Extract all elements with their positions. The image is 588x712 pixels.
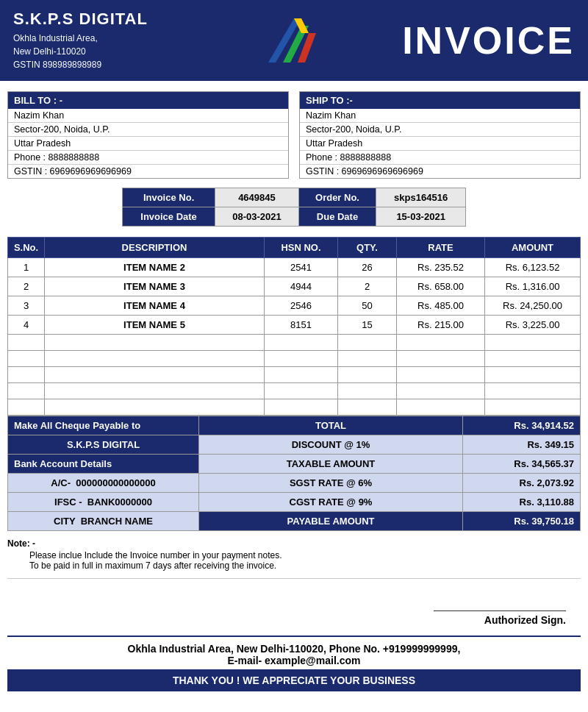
ship-to-state: Uttar Pradesh xyxy=(300,137,580,151)
ship-to-box: SHIP TO :- Nazim Khan Sector-200, Noida,… xyxy=(299,91,581,179)
invoice-date-label: Invoice Date xyxy=(123,207,215,227)
discount-label: DISCOUNT @ 1% xyxy=(199,435,463,455)
cell-qty: 26 xyxy=(338,258,397,277)
signature-line: Authorized Sign. xyxy=(434,610,566,626)
table-empty-row xyxy=(8,383,581,399)
table-empty-row xyxy=(8,335,581,351)
ac-sgst-row: A/C- 000000000000000 SGST RATE @ 6% Rs. … xyxy=(8,474,581,493)
city-payable-row: CITY BRANCH NAME PAYABLE AMOUNT Rs. 39,7… xyxy=(8,512,581,531)
bill-to-box: BILL TO : - Nazim Khan Sector-200, Noida… xyxy=(7,91,289,179)
footer-address: Okhla Industrial Area, New Delhi-110020,… xyxy=(7,636,581,669)
taxable-value: Rs. 34,565.37 xyxy=(463,455,581,474)
bill-to-state: Uttar Pradesh xyxy=(8,137,288,151)
footer-email: E-mail- example@mail.com xyxy=(15,655,573,666)
order-no-label: Order No. xyxy=(298,188,376,207)
ship-to-phone: Phone : 8888888888 xyxy=(300,151,580,165)
table-row: 1 ITEM NAME 2 2541 26 Rs. 235.52 Rs. 6,1… xyxy=(8,258,581,277)
company-logo xyxy=(261,11,327,70)
company-address: Okhla Industrial Area, New Delhi-110020 … xyxy=(13,32,148,71)
bill-to-gstin: GSTIN : 6969696969696969 xyxy=(8,165,288,178)
total-label: TOTAL xyxy=(199,416,463,435)
cell-sno: 2 xyxy=(8,277,45,296)
col-rate: RATE xyxy=(397,238,485,258)
invoice-no-label: Invoice No. xyxy=(123,188,215,207)
bill-to-phone: Phone : 8888888888 xyxy=(8,151,288,165)
company-name: S.K.P.S DIGITAL xyxy=(13,10,148,29)
col-hsn: HSN NO. xyxy=(265,238,338,258)
cell-hsn: 8151 xyxy=(265,316,338,335)
ac-info: A/C- 000000000000000 xyxy=(8,474,199,493)
cell-sno: 4 xyxy=(8,316,45,335)
cell-rate: Rs. 235.52 xyxy=(397,258,485,277)
total-row: Make All Cheque Payable to TOTAL Rs. 34,… xyxy=(8,416,581,435)
col-sno: S.No. xyxy=(8,238,45,258)
cell-amount: Rs. 6,123.52 xyxy=(485,258,581,277)
order-no-value: skps164516 xyxy=(376,188,466,207)
col-qty: QTY. xyxy=(338,238,397,258)
cell-sno: 3 xyxy=(8,296,45,316)
ship-to-name: Nazim Khan xyxy=(300,109,580,123)
cell-qty: 2 xyxy=(338,277,397,296)
ship-to-header: SHIP TO :- xyxy=(300,92,580,109)
footer-address-line1: Okhla Industrial Area, New Delhi-110020,… xyxy=(15,643,573,655)
table-empty-row xyxy=(8,399,581,416)
sgst-value: Rs. 2,073.92 xyxy=(463,474,581,493)
discount-value: Rs. 349.15 xyxy=(463,435,581,455)
cheque-label: Make All Cheque Payable to xyxy=(8,416,199,435)
ifsc-cgst-row: IFSC - BANK0000000 CGST RATE @ 9% Rs. 3,… xyxy=(8,493,581,512)
cgst-label: CGST RATE @ 9% xyxy=(199,493,463,512)
cell-desc: ITEM NAME 2 xyxy=(45,258,265,277)
table-row: 2 ITEM NAME 3 4944 2 Rs. 658.00 Rs. 1,31… xyxy=(8,277,581,296)
cell-rate: Rs. 485.00 xyxy=(397,296,485,316)
discount-row: S.K.P.S DIGITAL DISCOUNT @ 1% Rs. 349.15 xyxy=(8,435,581,455)
bank-details-label: Bank Account Details xyxy=(8,455,199,474)
cgst-value: Rs. 3,110.88 xyxy=(463,493,581,512)
cell-desc: ITEM NAME 4 xyxy=(45,296,265,316)
taxable-label: TAXABLE AMOUNT xyxy=(199,455,463,474)
invoice-no-value: 4649845 xyxy=(215,188,299,207)
cell-qty: 15 xyxy=(338,316,397,335)
ifsc-info: IFSC - BANK0000000 xyxy=(8,493,199,512)
note-line2: To be paid in full in maximum 7 days aft… xyxy=(7,560,581,571)
invoice-date-value: 08-03-2021 xyxy=(215,207,299,227)
payable-value: Rs. 39,750.18 xyxy=(463,512,581,531)
cell-desc: ITEM NAME 3 xyxy=(45,277,265,296)
totals-section: Make All Cheque Payable to TOTAL Rs. 34,… xyxy=(7,416,581,531)
bank-details-row: Bank Account Details TAXABLE AMOUNT Rs. … xyxy=(8,455,581,474)
cell-sno: 1 xyxy=(8,258,45,277)
company-info: S.K.P.S DIGITAL Okhla Industrial Area, N… xyxy=(13,10,148,71)
signature-section: Authorized Sign. xyxy=(7,578,581,630)
cell-amount: Rs. 1,316.00 xyxy=(485,277,581,296)
due-date-label: Due Date xyxy=(298,207,376,227)
items-section: S.No. DESCRIPTION HSN NO. QTY. RATE AMOU… xyxy=(7,237,581,416)
col-amount: AMOUNT xyxy=(485,238,581,258)
cell-amount: Rs. 3,225.00 xyxy=(485,316,581,335)
note-line1: Please inclue Include the Invoice number… xyxy=(7,550,581,560)
items-table: S.No. DESCRIPTION HSN NO. QTY. RATE AMOU… xyxy=(7,237,581,416)
bill-to-name: Nazim Khan xyxy=(8,109,288,123)
cell-hsn: 2541 xyxy=(265,258,338,277)
bill-to-header: BILL TO : - xyxy=(8,92,288,109)
col-description: DESCRIPTION xyxy=(45,238,265,258)
cell-rate: Rs. 215.00 xyxy=(397,316,485,335)
cell-hsn: 4944 xyxy=(265,277,338,296)
note-label: Note: - xyxy=(7,538,581,549)
bill-ship-section: BILL TO : - Nazim Khan Sector-200, Noida… xyxy=(7,91,581,179)
invoice-details-table: Invoice No. 4649845 Order No. skps164516… xyxy=(122,188,466,227)
table-empty-row xyxy=(8,351,581,367)
ship-to-address: Sector-200, Noida, U.P. xyxy=(300,123,580,137)
sgst-label: SGST RATE @ 6% xyxy=(199,474,463,493)
table-row: 4 ITEM NAME 5 8151 15 Rs. 215.00 Rs. 3,2… xyxy=(8,316,581,335)
due-date-value: 15-03-2021 xyxy=(376,207,466,227)
table-header-row: S.No. DESCRIPTION HSN NO. QTY. RATE AMOU… xyxy=(8,238,581,258)
total-value: Rs. 34,914.52 xyxy=(463,416,581,435)
cell-amount: Rs. 24,250.00 xyxy=(485,296,581,316)
cell-qty: 50 xyxy=(338,296,397,316)
invoice-title: INVOICE xyxy=(402,18,575,63)
ship-to-gstin: GSTIN : 6969696969696969 xyxy=(300,165,580,178)
cell-hsn: 2546 xyxy=(265,296,338,316)
table-empty-row xyxy=(8,367,581,383)
table-row: 3 ITEM NAME 4 2546 50 Rs. 485.00 Rs. 24,… xyxy=(8,296,581,316)
bill-to-address: Sector-200, Noida, U.P. xyxy=(8,123,288,137)
totals-table: Make All Cheque Payable to TOTAL Rs. 34,… xyxy=(7,416,581,531)
